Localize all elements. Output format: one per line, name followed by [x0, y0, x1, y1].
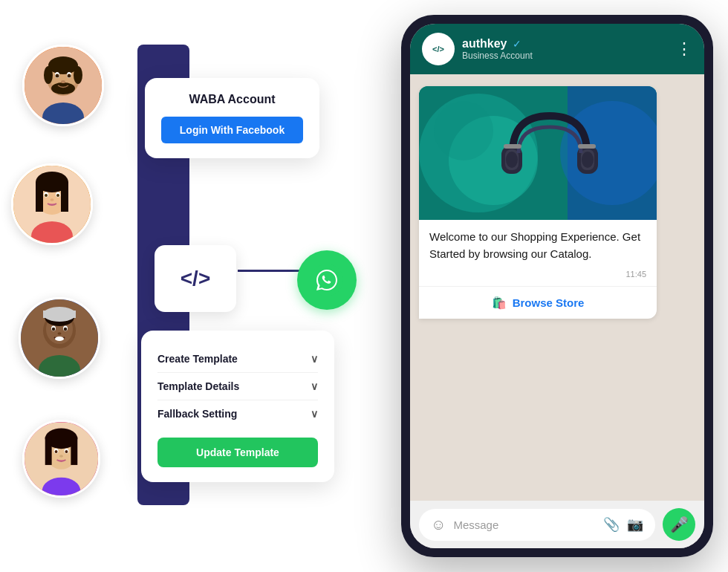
template-card: Create Template ∨ Template Details ∨ Fal… [141, 331, 334, 482]
verified-icon: ✓ [513, 38, 521, 50]
waba-card: WABA Account Login With Facebook [145, 78, 319, 158]
svg-point-5 [74, 66, 82, 84]
wa-name: authkey [462, 37, 507, 51]
logo-text: </> [432, 45, 444, 53]
svg-point-3 [48, 56, 78, 74]
update-template-button[interactable]: Update Template [157, 438, 318, 467]
svg-point-48 [311, 264, 343, 296]
svg-point-21 [56, 194, 59, 197]
avatar-4 [22, 420, 100, 498]
message-action[interactable]: 🛍️ Browse Store [419, 286, 657, 319]
svg-point-22 [51, 198, 54, 201]
svg-point-34 [58, 332, 62, 335]
svg-rect-16 [36, 182, 43, 212]
phone-inner: </> authkey ✓ Business Account ⋮ [410, 24, 704, 548]
wa-logo: </> [422, 33, 455, 65]
message-placeholder: Message [453, 519, 596, 531]
svg-point-9 [68, 74, 71, 78]
template-fallback-label: Fallback Setting [157, 408, 237, 420]
product-image [419, 86, 657, 220]
chevron-details: ∨ [311, 380, 318, 392]
avatar-3 [19, 297, 100, 379]
whatsapp-bubble[interactable] [297, 250, 357, 310]
template-row-details[interactable]: Template Details ∨ [157, 373, 318, 400]
browse-store-label: Browse Store [513, 296, 585, 309]
template-row-fallback[interactable]: Fallback Setting ∨ [157, 400, 318, 427]
svg-rect-40 [45, 437, 52, 465]
chevron-create: ∨ [311, 353, 318, 365]
wa-message-input[interactable]: ☺ Message 📎 📷 [419, 509, 655, 541]
svg-point-8 [56, 74, 59, 78]
svg-point-60 [582, 152, 594, 168]
svg-point-44 [55, 450, 58, 453]
svg-point-45 [65, 450, 68, 453]
svg-point-35 [55, 337, 64, 341]
template-create-label: Create Template [157, 353, 238, 365]
avatar-2 [11, 163, 93, 245]
phone-mockup: </> authkey ✓ Business Account ⋮ [401, 15, 713, 557]
wa-chat-area: Welcome to our Shopping Experience. Get … [410, 74, 704, 501]
svg-point-20 [45, 194, 48, 197]
svg-point-4 [44, 66, 53, 84]
code-icon: </> [181, 267, 210, 290]
svg-point-32 [52, 328, 55, 331]
message-text: Welcome to our Shopping Experience. Get … [429, 229, 646, 262]
wa-subtitle: Business Account [462, 51, 533, 61]
svg-rect-62 [578, 144, 596, 149]
message-time: 11:45 [419, 267, 657, 286]
svg-point-46 [59, 455, 63, 458]
wa-header: </> authkey ✓ Business Account ⋮ [410, 24, 704, 74]
avatar-1 [22, 45, 104, 126]
svg-point-33 [64, 328, 67, 331]
wa-input-bar: ☺ Message 📎 📷 🎤 [410, 501, 704, 548]
waba-title: WABA Account [161, 93, 303, 106]
wa-menu-icon[interactable]: ⋮ [676, 39, 692, 59]
emoji-icon: ☺ [431, 516, 446, 533]
svg-rect-29 [43, 311, 76, 318]
wa-profile-info: authkey ✓ Business Account [462, 37, 533, 61]
message-text-area: Welcome to our Shopping Experience. Get … [419, 220, 657, 267]
template-row-create[interactable]: Create Template ∨ [157, 345, 318, 373]
svg-point-10 [51, 82, 75, 94]
mic-button[interactable]: 🎤 [663, 508, 695, 541]
attach-icon: 📎 [603, 516, 620, 533]
camera-icon: 📷 [627, 516, 643, 533]
svg-rect-17 [61, 182, 68, 212]
svg-point-59 [506, 152, 518, 168]
code-box: </> [155, 245, 236, 312]
mic-icon: 🎤 [670, 516, 689, 533]
message-bubble: Welcome to our Shopping Experience. Get … [419, 86, 657, 319]
browse-icon: 🛍️ [492, 296, 507, 310]
login-facebook-button[interactable]: Login With Facebook [161, 117, 303, 143]
template-details-label: Template Details [157, 380, 239, 392]
svg-point-11 [61, 80, 65, 83]
main-scene: WABA Account Login With Facebook </> Cre… [0, 0, 728, 572]
svg-rect-61 [504, 144, 521, 149]
svg-rect-41 [71, 437, 77, 465]
svg-point-52 [434, 101, 493, 160]
chevron-fallback: ∨ [311, 408, 318, 420]
